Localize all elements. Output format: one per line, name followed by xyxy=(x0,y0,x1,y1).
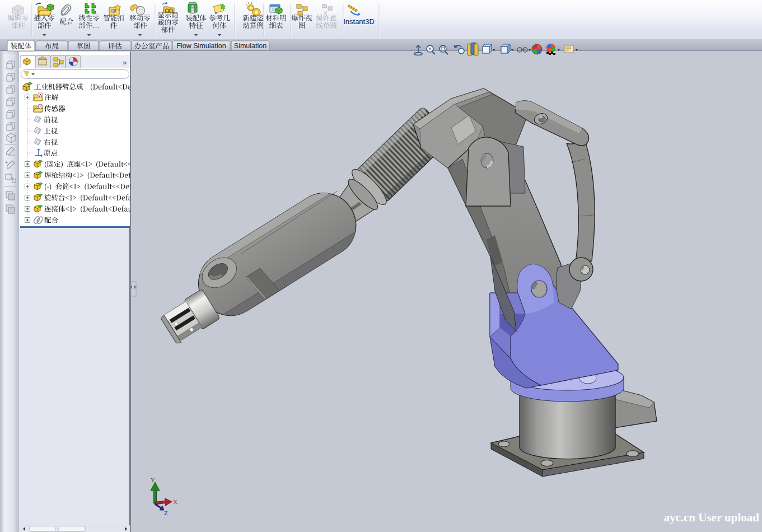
svg-text:X: X xyxy=(173,498,177,505)
svg-text:Y: Y xyxy=(151,477,155,483)
svg-text:Z: Z xyxy=(164,510,168,516)
svg-text:ayc.cn User upload: ayc.cn User upload xyxy=(663,511,759,524)
